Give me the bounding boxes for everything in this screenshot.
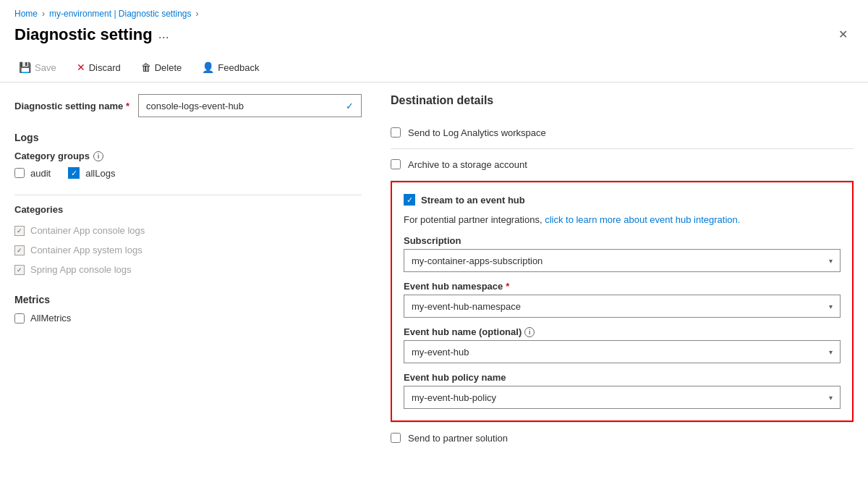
- all-metrics-checkbox[interactable]: [14, 313, 25, 324]
- setting-name-input[interactable]: console-logs-event-hub ✓: [138, 94, 362, 117]
- metrics-section: Metrics AllMetrics: [14, 294, 362, 324]
- partner-info: For potential partner integrations, clic…: [404, 214, 841, 225]
- category-groups-title: Category groups i: [14, 151, 362, 161]
- breadcrumb: Home › my-environment | Diagnostic setti…: [14, 9, 854, 19]
- log-analytics-option: Send to Log Analytics workspace: [391, 117, 854, 149]
- storage-label[interactable]: Archive to a storage account: [408, 159, 527, 170]
- policy-dropdown-arrow: ▾: [829, 394, 833, 402]
- alllogs-label[interactable]: allLogs: [85, 168, 115, 179]
- delete-icon: 🗑: [141, 62, 151, 73]
- save-button[interactable]: 💾 Save: [14, 59, 61, 76]
- storage-checkbox[interactable]: [391, 159, 401, 169]
- policy-group: Event hub policy name my-event-hub-polic…: [404, 372, 841, 409]
- policy-dropdown[interactable]: my-event-hub-policy ▾: [404, 386, 841, 409]
- namespace-dropdown[interactable]: my-event-hub-namespace ▾: [404, 295, 841, 318]
- category-item-console: Container App console logs: [14, 221, 362, 240]
- category-groups-info-icon[interactable]: i: [93, 151, 103, 161]
- destination-title: Destination details: [391, 94, 854, 107]
- namespace-group: Event hub namespace * my-event-hub-names…: [404, 281, 841, 318]
- category-item-spring: Spring App console logs: [14, 260, 362, 279]
- categories-section: Categories Container App console logs Co…: [14, 204, 362, 279]
- discard-icon: ✕: [77, 62, 85, 73]
- close-button[interactable]: ✕: [833, 25, 854, 44]
- storage-option: Archive to a storage account: [391, 149, 854, 181]
- metrics-title: Metrics: [14, 294, 362, 305]
- audit-label[interactable]: audit: [30, 168, 51, 179]
- event-hub-section: Stream to an event hub For potential par…: [391, 181, 854, 422]
- title-ellipsis[interactable]: ...: [158, 27, 169, 42]
- hub-name-label: Event hub name (optional) i: [404, 326, 841, 337]
- subscription-label: Subscription: [404, 235, 841, 246]
- breadcrumb-home[interactable]: Home: [14, 9, 38, 19]
- subscription-group: Subscription my-container-apps-subscript…: [404, 235, 841, 272]
- event-hub-label[interactable]: Stream to an event hub: [421, 195, 525, 206]
- namespace-label: Event hub namespace *: [404, 281, 841, 292]
- setting-name-label: Diagnostic setting name *: [14, 101, 129, 111]
- event-hub-checkbox[interactable]: [404, 194, 415, 206]
- all-metrics-row: AllMetrics: [14, 313, 362, 324]
- log-analytics-checkbox[interactable]: [391, 127, 401, 138]
- subscription-dropdown[interactable]: my-container-apps-subscription ▾: [404, 249, 841, 272]
- category-system-checkbox[interactable]: [14, 245, 25, 255]
- audit-checkbox-row: audit: [14, 167, 51, 179]
- alllogs-checkbox-row: allLogs: [68, 167, 115, 179]
- feedback-button[interactable]: 👤 Feedback: [197, 59, 263, 76]
- hub-name-info-icon[interactable]: i: [524, 327, 535, 337]
- category-item-system: Container App system logs: [14, 240, 362, 260]
- delete-button[interactable]: 🗑 Delete: [137, 59, 187, 76]
- toolbar: 💾 Save ✕ Discard 🗑 Delete 👤 Feedback: [0, 53, 868, 83]
- audit-checkbox[interactable]: [14, 168, 25, 178]
- feedback-icon: 👤: [202, 62, 214, 73]
- policy-label: Event hub policy name: [404, 372, 841, 383]
- page-title: Diagnostic setting: [14, 25, 153, 44]
- partner-link[interactable]: click to learn more about event hub inte…: [545, 214, 740, 225]
- hub-name-group: Event hub name (optional) i my-event-hub…: [404, 326, 841, 363]
- partner-solution-option: Send to partner solution: [391, 422, 854, 454]
- alllogs-checkbox[interactable]: [68, 167, 80, 179]
- log-analytics-label[interactable]: Send to Log Analytics workspace: [408, 127, 546, 138]
- event-hub-header: Stream to an event hub: [404, 194, 841, 206]
- hub-name-dropdown-arrow: ▾: [829, 348, 833, 356]
- subscription-dropdown-arrow: ▾: [829, 257, 833, 265]
- partner-solution-checkbox[interactable]: [391, 433, 401, 443]
- right-panel: Destination details Send to Log Analytic…: [391, 94, 854, 454]
- left-panel: Diagnostic setting name * console-logs-e…: [14, 94, 362, 454]
- logs-section-title: Logs: [14, 132, 362, 143]
- discard-button[interactable]: ✕ Discard: [72, 59, 125, 76]
- hub-name-dropdown[interactable]: my-event-hub ▾: [404, 340, 841, 363]
- breadcrumb-environment[interactable]: my-environment | Diagnostic settings: [49, 9, 192, 19]
- input-check-icon: ✓: [346, 101, 354, 111]
- save-icon: 💾: [19, 62, 31, 73]
- partner-solution-label[interactable]: Send to partner solution: [408, 433, 508, 444]
- category-console-checkbox[interactable]: [14, 226, 25, 236]
- all-metrics-label[interactable]: AllMetrics: [30, 313, 71, 324]
- category-spring-checkbox[interactable]: [14, 265, 25, 275]
- namespace-dropdown-arrow: ▾: [829, 303, 833, 310]
